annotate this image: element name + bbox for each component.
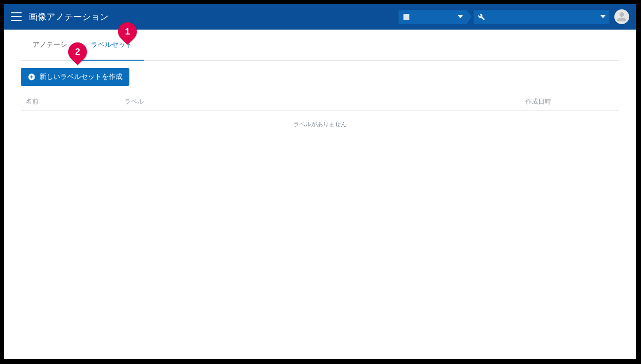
callout-1: 1 (118, 22, 137, 47)
tabs: アノテーシ ラベルセット (21, 30, 619, 61)
empty-state: ラベルがありません (21, 110, 619, 139)
table-header: 名前 ラベル 作成日時 (21, 93, 619, 110)
tab-annotation-label: アノテーシ (33, 40, 67, 49)
tool-selector[interactable] (474, 10, 609, 24)
callout-2: 2 (68, 42, 87, 67)
building-icon (402, 13, 410, 21)
wrench-icon (478, 13, 485, 21)
toolbar: 新しいラベルセットを作成 (21, 61, 619, 93)
create-labelset-button[interactable]: 新しいラベルセットを作成 (21, 68, 129, 86)
menu-icon[interactable] (11, 12, 22, 21)
col-header-name: 名前 (26, 97, 124, 106)
caret-down-icon (601, 15, 605, 18)
org-selector[interactable] (399, 10, 467, 24)
app-title: 画像アノテーション (29, 11, 109, 23)
app-header: 画像アノテーション (4, 4, 636, 30)
col-header-label: ラベル (124, 97, 525, 106)
avatar[interactable] (614, 9, 629, 24)
create-labelset-label: 新しいラベルセットを作成 (40, 73, 122, 81)
user-icon (616, 11, 627, 22)
caret-down-icon (458, 15, 463, 18)
plus-circle-icon (28, 73, 36, 81)
labelset-table: 名前 ラベル 作成日時 ラベルがありません (21, 93, 619, 139)
col-header-created: 作成日時 (525, 97, 614, 106)
